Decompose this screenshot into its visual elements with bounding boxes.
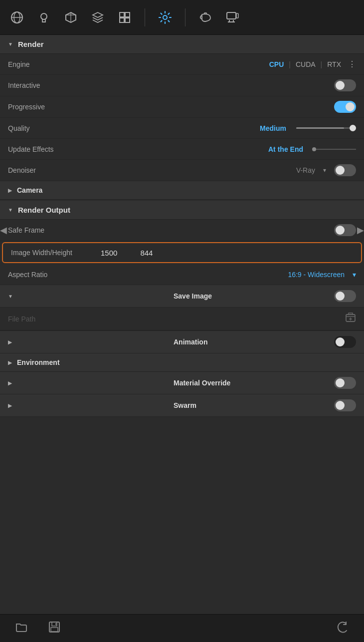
material-override-toggle-track[interactable] xyxy=(334,377,356,389)
reset-icon[interactable] xyxy=(336,621,349,637)
progressive-value xyxy=(98,101,356,113)
denoiser-value-text: V-Ray xyxy=(296,166,315,174)
safe-frame-toggle-track[interactable] xyxy=(334,224,356,236)
image-wh-row[interactable]: Image Width/Height 1500 844 xyxy=(2,242,362,263)
save-image-section-header[interactable]: ▼ Save Image xyxy=(0,285,364,308)
aspect-ratio-value-container: 16:9 - Widescreen ▾ xyxy=(98,271,356,279)
animation-toggle-track[interactable] xyxy=(334,336,356,348)
animation-toggle-thumb xyxy=(336,337,345,346)
svg-rect-10 xyxy=(125,18,130,22)
swarm-toggle-track[interactable] xyxy=(334,399,356,411)
denoiser-row: Denoiser V-Ray ▾ xyxy=(0,160,364,181)
denoiser-toggle[interactable] xyxy=(334,164,356,176)
main-panel: ▼ Render Engine CPU | CUDA | RTX ⋮ Inter… xyxy=(0,35,364,614)
file-path-label: File Path xyxy=(8,315,345,323)
teapot-icon[interactable] xyxy=(196,8,214,26)
camera-arrow-icon: ▶ xyxy=(8,188,12,193)
progressive-toggle-track[interactable] xyxy=(334,101,356,113)
interactive-label: Interactive xyxy=(8,81,98,89)
save-image-toggle-track[interactable] xyxy=(334,290,356,302)
interactive-toggle[interactable] xyxy=(334,79,356,91)
material-override-arrow-icon: ▶ xyxy=(8,380,169,386)
environment-arrow-icon: ▶ xyxy=(8,360,12,365)
quality-value-container: Medium xyxy=(98,124,356,132)
bottom-bar xyxy=(0,614,364,642)
save-image-arrow-icon: ▼ xyxy=(8,294,169,299)
render-section-header[interactable]: ▼ Render xyxy=(0,35,364,54)
svg-rect-7 xyxy=(120,12,124,17)
file-browse-icon[interactable] xyxy=(345,312,356,325)
save-image-section-title: Save Image xyxy=(174,292,334,300)
interactive-toggle-track[interactable] xyxy=(334,79,356,91)
denoiser-value-container: V-Ray ▾ xyxy=(98,164,356,176)
material-override-toggle[interactable] xyxy=(334,377,356,389)
render-output-arrow-icon: ▼ xyxy=(8,207,13,213)
svg-rect-9 xyxy=(120,18,124,22)
update-effects-value: At the End xyxy=(98,145,356,153)
update-effects-line[interactable] xyxy=(316,149,356,150)
svg-rect-22 xyxy=(51,628,58,632)
environment-section-header[interactable]: ▶ Environment xyxy=(0,353,364,372)
render-section-title: Render xyxy=(18,40,44,48)
light-icon[interactable] xyxy=(35,8,53,26)
material-override-section-header[interactable]: ▶ Material Override xyxy=(0,372,364,394)
update-effects-dot xyxy=(312,147,316,151)
camera-section-header[interactable]: ▶ Camera xyxy=(0,181,364,200)
image-height-value[interactable]: 844 xyxy=(140,249,153,257)
grid-icon[interactable] xyxy=(116,8,134,26)
left-panel-arrow-icon[interactable]: ◀ xyxy=(0,225,7,236)
toolbar-divider-2 xyxy=(185,8,185,26)
image-width-value[interactable]: 1500 xyxy=(101,249,117,257)
engine-cpu-button[interactable]: CPU xyxy=(265,59,288,69)
quality-row: Quality Medium xyxy=(0,118,364,139)
aspect-ratio-row: Aspect Ratio 16:9 - Widescreen ▾ xyxy=(0,264,364,285)
save-image-toggle[interactable] xyxy=(334,290,356,302)
animation-arrow-icon: ▶ xyxy=(8,339,169,345)
save-icon[interactable] xyxy=(48,621,61,637)
safe-frame-toggle-thumb xyxy=(336,226,345,235)
gear-icon[interactable] xyxy=(156,8,174,26)
sphere-icon[interactable] xyxy=(8,8,26,26)
denoiser-toggle-track[interactable] xyxy=(334,164,356,176)
file-path-row: File Path xyxy=(0,308,364,330)
denoiser-chevron-icon[interactable]: ▾ xyxy=(323,167,326,174)
toolbar xyxy=(0,0,364,35)
aspect-ratio-label: Aspect Ratio xyxy=(8,271,98,279)
render-output-section-header[interactable]: ▼ Render Output xyxy=(0,201,364,220)
engine-cuda-button[interactable]: CUDA xyxy=(292,59,320,69)
quality-value-text: Medium xyxy=(260,124,286,132)
animation-section-header[interactable]: ▶ Animation xyxy=(0,330,364,353)
progressive-toggle[interactable] xyxy=(334,101,356,113)
animation-toggle[interactable] xyxy=(334,336,356,348)
monitor-icon[interactable] xyxy=(223,8,241,26)
denoiser-label: Denoiser xyxy=(8,166,98,174)
interactive-value xyxy=(98,79,356,91)
render-arrow-icon: ▼ xyxy=(8,41,13,47)
swarm-arrow-icon: ▶ xyxy=(8,403,169,408)
engine-buttons: CPU | CUDA | RTX ⋮ xyxy=(265,59,356,69)
cube-icon[interactable] xyxy=(62,8,80,26)
engine-rtx-button[interactable]: RTX xyxy=(323,59,345,69)
update-effects-row: Update Effects At the End xyxy=(0,139,364,160)
svg-rect-12 xyxy=(227,12,236,19)
right-panel-arrow-icon[interactable]: ▶ xyxy=(357,225,364,236)
safe-frame-label: Safe Frame xyxy=(8,226,98,234)
quality-slider-thumb[interactable] xyxy=(350,125,356,131)
engine-more-icon[interactable]: ⋮ xyxy=(348,59,356,69)
swarm-section-header[interactable]: ▶ Swarm xyxy=(0,394,364,417)
progressive-row: Progressive xyxy=(0,96,364,118)
quality-slider[interactable] xyxy=(296,127,356,129)
engine-value: CPU | CUDA | RTX ⋮ xyxy=(98,59,356,69)
svg-point-11 xyxy=(163,15,167,19)
engine-row: Engine CPU | CUDA | RTX ⋮ xyxy=(0,54,364,75)
quality-slider-fill xyxy=(296,127,344,129)
safe-frame-toggle[interactable] xyxy=(334,224,356,236)
swarm-toggle[interactable] xyxy=(334,399,356,411)
quality-label: Quality xyxy=(8,124,98,132)
update-effects-label: Update Effects xyxy=(8,145,98,153)
layers-icon[interactable] xyxy=(89,8,107,26)
open-folder-icon[interactable] xyxy=(15,621,28,637)
toolbar-divider-1 xyxy=(145,8,145,26)
progressive-label: Progressive xyxy=(8,103,98,111)
aspect-ratio-chevron-icon[interactable]: ▾ xyxy=(353,271,356,279)
